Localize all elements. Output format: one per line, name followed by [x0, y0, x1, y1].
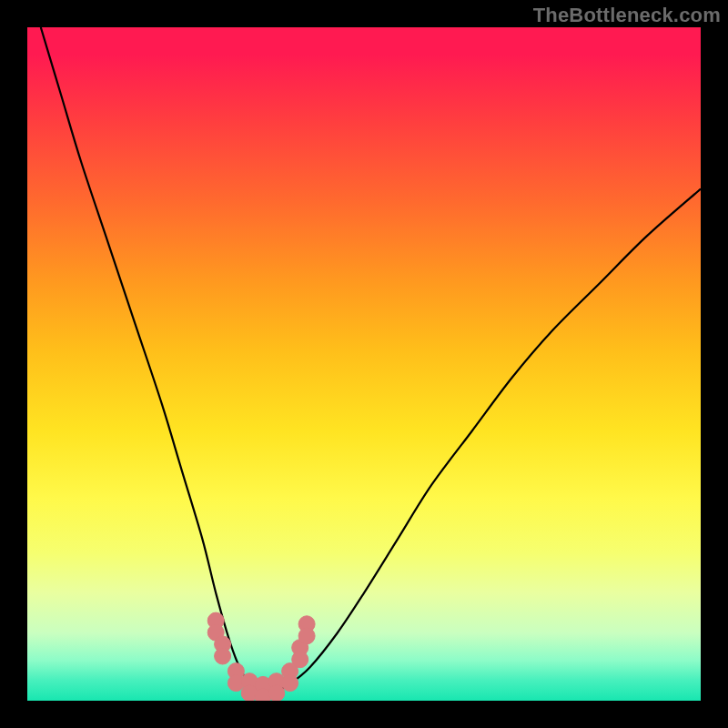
valley-markers — [207, 612, 315, 701]
valley-marker — [215, 636, 231, 664]
valley-marker — [268, 673, 285, 701]
valley-marker — [282, 663, 298, 692]
chart-stage: TheBottleneck.com — [0, 0, 728, 728]
valley-marker — [228, 663, 244, 692]
svg-point-20 — [282, 675, 298, 692]
svg-point-26 — [298, 628, 315, 644]
bottleneck-curve — [41, 27, 701, 692]
plot-area — [27, 27, 701, 701]
curve-layer — [27, 27, 701, 701]
valley-marker — [298, 616, 315, 644]
watermark-text: TheBottleneck.com — [533, 4, 721, 27]
svg-point-17 — [268, 685, 285, 701]
svg-point-23 — [292, 652, 308, 668]
svg-point-5 — [215, 648, 231, 664]
